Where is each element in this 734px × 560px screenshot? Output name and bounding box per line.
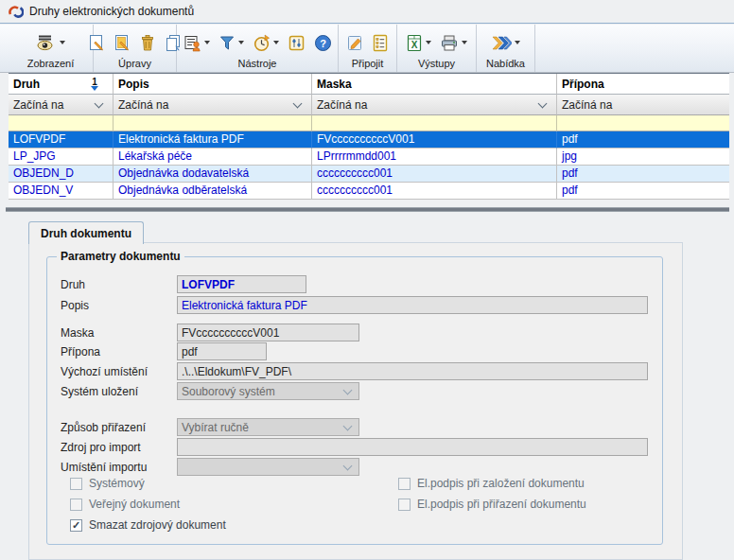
filter-operator-label: Začíná na: [317, 98, 367, 112]
toolbar-group-vystupy: X Výst: [397, 25, 477, 72]
filter-funnel-icon: [218, 34, 236, 52]
pripona-field[interactable]: pdf: [177, 342, 267, 360]
view-button[interactable]: [34, 33, 67, 53]
grid-filter-row: Začíná na Začíná na Začíná na Začíná na: [9, 95, 729, 115]
export-excel-button[interactable]: X: [404, 33, 433, 53]
maska-field[interactable]: FVccccccccccV001: [177, 324, 359, 341]
cell-druh[interactable]: LOFVPDF: [9, 131, 114, 149]
field-value: LOFVPDF: [182, 278, 235, 291]
filter-operator-druh[interactable]: Začíná na: [9, 95, 114, 115]
filter-operator-popis[interactable]: Začíná na: [114, 95, 312, 115]
column-label: Druh: [13, 78, 40, 91]
cell-druh[interactable]: LP_JPG: [9, 149, 114, 166]
checkbox-box: [398, 478, 411, 490]
dropdown-arrow-icon: [60, 41, 65, 44]
table-row[interactable]: OBJEDN_V Objednávka odběratelská ccccccc…: [9, 183, 729, 200]
field-label-druh: Druh: [61, 278, 85, 291]
dropdown-arrow-icon: [515, 41, 520, 44]
parameters-button[interactable]: [286, 33, 307, 53]
chevron-down-icon: [293, 98, 303, 108]
cell-pripona[interactable]: jpg: [557, 149, 729, 166]
column-header-popis[interactable]: Popis: [114, 74, 312, 95]
refresh-icon: [253, 34, 271, 52]
group-label: Nabídka: [481, 58, 531, 71]
chevron-down-icon: [343, 421, 353, 430]
druh-field[interactable]: LOFVPDF: [177, 275, 306, 293]
cell-pripona[interactable]: pdf: [557, 183, 729, 200]
table-row[interactable]: LOFVPDF Elektronická faktura PDF FVccccc…: [9, 131, 729, 149]
tab-druh-dokumentu[interactable]: Druh dokumentu: [28, 221, 144, 244]
attach-list-button[interactable]: [370, 33, 391, 53]
view-eye-icon: [36, 34, 57, 52]
groupbox-label: Parametry dokumentu: [57, 250, 184, 263]
title-bar[interactable]: Druhy elektronických dokumentů: [0, 0, 734, 24]
column-header-pripona[interactable]: Přípona: [557, 74, 729, 95]
dropdown-arrow-icon: [238, 41, 244, 44]
field-value: Souborový systém: [182, 385, 275, 398]
checkbox-label: Veřejný dokument: [89, 498, 180, 511]
checkbox-box: [70, 499, 82, 511]
menu-button[interactable]: [489, 34, 522, 52]
cell-maska[interactable]: cccccccccc001: [312, 166, 557, 183]
note-pencil-icon: [346, 34, 363, 52]
toolbar-group-nastroje: ? Nástroje: [177, 25, 339, 72]
cell-maska[interactable]: FVccccccccccV001: [312, 131, 557, 149]
filter-input-druh[interactable]: [9, 115, 114, 131]
trash-icon: [139, 34, 156, 52]
cell-maska[interactable]: cccccccccc001: [312, 183, 557, 200]
new-record-button[interactable]: [86, 33, 107, 53]
filter-operator-pripona[interactable]: Začíná na: [557, 95, 729, 115]
table-row[interactable]: LP_JPG Lékařská péče LPrrrrmmdd001 jpg: [9, 149, 729, 166]
vychozi-umisteni-field[interactable]: .\..\Eldokum\FV_PDF\: [177, 362, 648, 380]
field-value: pdf: [182, 345, 198, 359]
column-label: Maska: [317, 78, 352, 91]
excel-icon: X: [406, 34, 423, 52]
splitter-handle[interactable]: [6, 207, 729, 212]
toolbar-group-pripojit: Připojit: [339, 25, 397, 72]
grid-body: LOFVPDF Elektronická faktura PDF FVccccc…: [9, 131, 729, 200]
column-header-druh[interactable]: Druh 1: [9, 74, 114, 95]
delete-record-button[interactable]: [137, 33, 158, 53]
cell-pripona[interactable]: pdf: [557, 166, 729, 183]
window-title: Druhy elektronických dokumentů: [29, 5, 194, 18]
filter-input-pripona[interactable]: [557, 115, 729, 131]
cell-maska[interactable]: LPrrrrmmdd001: [312, 149, 557, 166]
table-row[interactable]: OBJEDN_D Objednávka dodavatelská ccccccc…: [9, 166, 729, 183]
cell-popis[interactable]: Objednávka dodavatelská: [114, 166, 312, 183]
toolbar-group-zobrazeni: Zobrazení: [9, 25, 94, 72]
printer-icon: [440, 34, 459, 52]
cell-popis[interactable]: Objednávka odběratelská: [114, 183, 312, 200]
checkbox-smazat-zdrojovy-dokument[interactable]: ✓ Smazat zdrojový dokument: [70, 518, 226, 532]
cell-popis[interactable]: Lékařská péče: [114, 149, 312, 166]
cell-pripona[interactable]: pdf: [557, 131, 729, 149]
filter-input-maska[interactable]: [312, 115, 557, 131]
grid-header-row: Druh 1 Popis Maska Přípona: [9, 74, 729, 95]
cell-druh[interactable]: OBJEDN_V: [9, 183, 114, 200]
column-header-maska[interactable]: Maska: [312, 74, 557, 95]
group-label: Zobrazení: [12, 58, 89, 71]
edit-record-button[interactable]: [112, 33, 132, 53]
popis-field[interactable]: Elektronická faktura PDF: [177, 296, 648, 314]
checkbox-verejny-dokument: Veřejný dokument: [70, 498, 180, 511]
cell-druh[interactable]: OBJEDN_D: [9, 166, 114, 183]
checkbox-label: Smazat zdrojový dokument: [89, 518, 226, 532]
group-label: Nástroje: [181, 58, 334, 71]
filter-button[interactable]: [217, 33, 246, 53]
filter-input-popis[interactable]: [114, 115, 312, 131]
actions-button[interactable]: [182, 33, 212, 53]
help-button[interactable]: ?: [312, 33, 334, 53]
zdroj-pro-import-field[interactable]: [177, 438, 648, 456]
cell-popis[interactable]: Elektronická faktura PDF: [114, 131, 312, 149]
checkbox-box: [70, 478, 82, 490]
field-label-popis: Popis: [61, 299, 89, 312]
refresh-button[interactable]: [251, 33, 281, 53]
attach-note-button[interactable]: [344, 33, 365, 53]
field-label-vychozi-umisteni: Výchozí umístění: [61, 365, 148, 378]
filter-operator-maska[interactable]: Začíná na: [312, 95, 557, 115]
checkbox-box[interactable]: ✓: [70, 519, 82, 532]
dropdown-arrow-icon: [204, 41, 210, 44]
field-label-maska: Maska: [61, 326, 94, 340]
filter-operator-label: Začíná na: [118, 98, 168, 112]
print-button[interactable]: [438, 33, 469, 53]
group-label: Výstupy: [401, 58, 472, 71]
